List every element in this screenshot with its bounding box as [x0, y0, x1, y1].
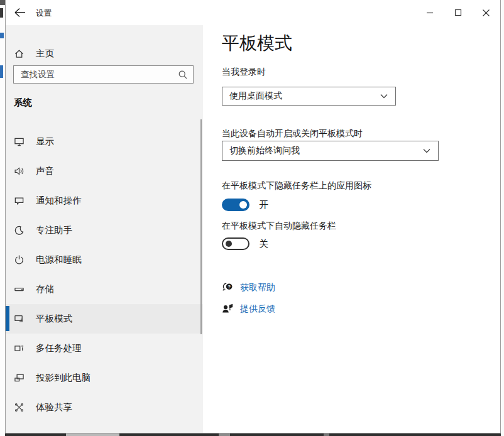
toggle-knob	[239, 201, 247, 209]
titlebar[interactable]: 设置	[6, 0, 500, 25]
display-icon	[14, 136, 25, 147]
toggle-knob	[226, 241, 232, 247]
taskbar-sliver	[5, 433, 501, 436]
sidebar-item-home[interactable]: 主页	[6, 44, 203, 63]
shared-experiences-icon	[14, 402, 25, 413]
page-title: 平板模式	[222, 31, 292, 55]
sidebar-item-label: 投影到此电脑	[36, 372, 90, 384]
sidebar-item-label: 通知和操作	[36, 195, 82, 207]
auto-hide-taskbar-toggle-row[interactable]: 关	[222, 237, 268, 250]
signin-mode-value: 使用桌面模式	[229, 90, 380, 102]
minimize-icon	[426, 9, 434, 16]
get-help-icon: ?	[222, 281, 234, 293]
toggle-off-icon[interactable]	[222, 237, 249, 250]
main-content: 平板模式 当我登录时 使用桌面模式 当此设备自动开启或关闭平板模式时 切换前始终…	[203, 25, 500, 433]
auto-switch-value: 切换前始终询问我	[229, 145, 423, 156]
background-fragment	[0, 0, 5, 5]
toggle-on-icon[interactable]	[222, 199, 249, 211]
sidebar-item-sound[interactable]: 声音	[6, 156, 203, 186]
auto-hide-taskbar-state: 关	[259, 238, 268, 250]
auto-switch-dropdown[interactable]: 切换前始终询问我	[222, 141, 439, 161]
search-box[interactable]	[13, 65, 194, 84]
sidebar-item-label: 体验共享	[36, 401, 72, 413]
window-controls	[415, 0, 500, 25]
feedback-label: 提供反馈	[240, 303, 275, 315]
taskbar-fragment	[324, 433, 329, 436]
power-icon	[14, 254, 25, 265]
home-icon	[14, 48, 25, 59]
settings-window: 设置 主页	[5, 0, 501, 433]
hide-app-icons-label: 在平板模式下隐藏任务栏上的应用图标	[222, 180, 371, 192]
signin-mode-dropdown[interactable]: 使用桌面模式	[222, 87, 396, 106]
sidebar-item-label: 电源和睡眠	[36, 254, 82, 266]
background-window-sliver	[0, 0, 5, 436]
sidebar-item-tablet-mode[interactable]: 平板模式	[6, 304, 203, 334]
auto-switch-label: 当此设备自动开启或关闭平板模式时	[222, 128, 363, 139]
project-icon	[14, 373, 25, 383]
selection-indicator	[6, 306, 9, 331]
tablet-mode-icon	[14, 313, 25, 324]
sound-icon	[14, 166, 25, 177]
close-icon	[482, 9, 490, 17]
sidebar-item-label: 显示	[36, 136, 54, 148]
multitasking-icon	[14, 343, 25, 354]
svg-text:?: ?	[227, 284, 231, 290]
sidebar-item-power-sleep[interactable]: 电源和睡眠	[6, 245, 203, 275]
notifications-icon	[14, 195, 25, 206]
sidebar-section-header: 系统	[14, 97, 32, 109]
get-help-label: 获取帮助	[240, 282, 275, 293]
sidebar-nav-list: 显示 声音 通知和操作	[6, 127, 203, 422]
chevron-down-icon	[380, 94, 388, 99]
sidebar-item-label: 平板模式	[36, 313, 72, 325]
hide-app-icons-toggle-row[interactable]: 开	[222, 199, 268, 211]
background-fragment	[0, 33, 4, 38]
sidebar-item-display[interactable]: 显示	[6, 127, 203, 156]
sidebar-item-multitasking[interactable]: 多任务处理	[6, 334, 203, 363]
background-fragment	[0, 8, 3, 18]
background-fragment	[0, 65, 3, 78]
sidebar-item-focus-assist[interactable]: 专注助手	[6, 215, 203, 245]
search-icon[interactable]	[178, 70, 188, 80]
back-button[interactable]	[13, 6, 27, 19]
taskbar-fragment	[66, 433, 119, 436]
focus-assist-icon	[14, 225, 25, 236]
sidebar-home-label: 主页	[36, 48, 54, 60]
maximize-icon	[454, 9, 462, 16]
taskbar-fragment	[219, 433, 230, 436]
sidebar-item-notifications[interactable]: 通知和操作	[6, 186, 203, 215]
storage-icon	[14, 284, 25, 295]
close-button[interactable]	[472, 0, 500, 25]
feedback-link[interactable]: 提供反馈	[222, 303, 275, 315]
sidebar-item-shared-experiences[interactable]: 体验共享	[6, 393, 203, 422]
sidebar-item-label: 声音	[36, 165, 54, 177]
sidebar-item-label: 存储	[36, 283, 54, 295]
signin-mode-label: 当我登录时	[222, 67, 266, 78]
auto-hide-taskbar-label: 在平板模式下自动隐藏任务栏	[222, 221, 336, 232]
sidebar-item-storage[interactable]: 存储	[6, 275, 203, 304]
back-arrow-icon	[13, 6, 27, 19]
window-title: 设置	[36, 8, 52, 19]
get-help-link[interactable]: ? 获取帮助	[222, 281, 275, 293]
sidebar-scrollbar[interactable]	[200, 119, 202, 334]
sidebar-item-label: 专注助手	[36, 224, 72, 236]
sidebar: 主页 系统 显示	[6, 25, 203, 433]
minimize-button[interactable]	[415, 0, 444, 25]
maximize-button[interactable]	[444, 0, 472, 25]
sidebar-item-label: 多任务处理	[36, 342, 82, 354]
sidebar-item-projecting[interactable]: 投影到此电脑	[6, 363, 203, 393]
search-input[interactable]	[19, 69, 178, 80]
feedback-icon	[222, 303, 234, 315]
hide-app-icons-state: 开	[259, 199, 268, 211]
chevron-down-icon	[423, 148, 430, 153]
